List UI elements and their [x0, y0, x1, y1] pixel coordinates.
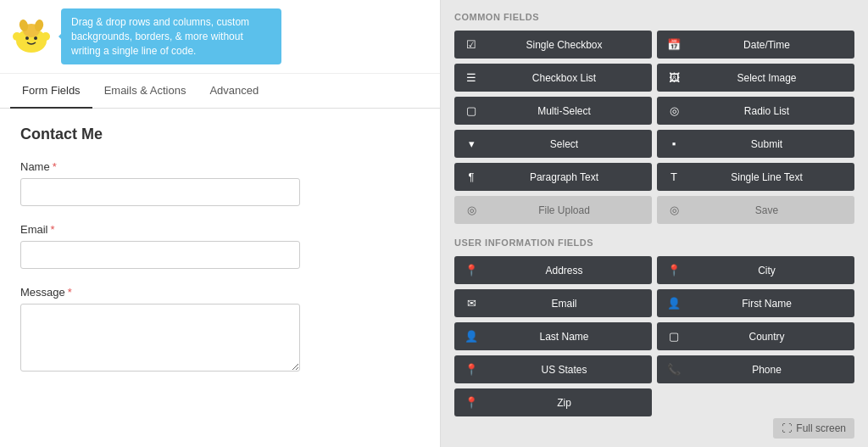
user-fields-grid: 📍 Address 📍 City ✉ Email 👤 First Name 👤 …: [454, 256, 854, 416]
calendar-icon: 📅: [667, 38, 681, 51]
user-fields-label: USER INFORMATION FIELDS: [454, 237, 854, 248]
zip-icon: 📍: [465, 396, 478, 409]
list-icon: ☰: [465, 71, 478, 84]
field-btn-select-image[interactable]: 🖼 Select Image: [657, 64, 854, 92]
fullscreen-button[interactable]: ⛶ Full screen: [773, 418, 854, 439]
field-btn-radio-list[interactable]: ◎ Radio List: [657, 97, 854, 125]
header: Drag & drop rows and columns, custom bac…: [0, 0, 440, 74]
text-icon: T: [667, 170, 681, 183]
right-panel: COMMON FIELDS ☑ Single Checkbox 📅 Date/T…: [441, 0, 868, 447]
form-area: Contact Me Name* Email* Message*: [0, 109, 440, 447]
tab-emails-actions[interactable]: Emails & Actions: [92, 74, 198, 109]
name-input[interactable]: [20, 178, 300, 206]
message-field-group: Message*: [20, 286, 420, 374]
common-fields-label: COMMON FIELDS: [454, 12, 854, 22]
country-icon: ▢: [667, 330, 681, 343]
email-input[interactable]: [20, 241, 300, 269]
address-icon: 📍: [465, 264, 478, 277]
email-label: Email*: [20, 223, 420, 236]
field-btn-single-line-text[interactable]: T Single Line Text: [657, 163, 854, 191]
phone-icon: 📞: [667, 363, 681, 376]
field-btn-file-upload[interactable]: ◎ File Upload: [454, 196, 652, 224]
common-fields-grid: ☑ Single Checkbox 📅 Date/Time ☰ Checkbox…: [454, 31, 854, 224]
svg-point-3: [34, 36, 37, 40]
tooltip-box: Drag & drop rows and columns, custom bac…: [61, 8, 281, 64]
field-btn-city[interactable]: 📍 City: [657, 256, 854, 284]
field-btn-datetime[interactable]: 📅 Date/Time: [657, 31, 854, 59]
radio-icon: ◎: [667, 104, 681, 117]
svg-point-5: [13, 32, 21, 41]
logo-icon: [10, 15, 53, 58]
save-icon: ◎: [667, 204, 681, 216]
message-label: Message*: [20, 286, 420, 299]
tab-advanced[interactable]: Advanced: [198, 74, 270, 109]
name-field-group: Name*: [20, 160, 420, 206]
svg-point-2: [25, 36, 29, 40]
multi-select-icon: ▢: [465, 104, 478, 117]
field-btn-country[interactable]: ▢ Country: [657, 322, 854, 350]
field-btn-address[interactable]: 📍 Address: [454, 256, 652, 284]
first-name-icon: 👤: [667, 297, 681, 310]
paragraph-icon: ¶: [465, 170, 478, 183]
field-btn-zip[interactable]: 📍 Zip: [454, 388, 652, 416]
submit-icon: ▪: [667, 137, 681, 150]
last-name-icon: 👤: [465, 330, 478, 343]
us-states-icon: 📍: [465, 363, 478, 376]
field-btn-save[interactable]: ◎ Save: [657, 196, 854, 224]
select-icon: ▾: [465, 137, 478, 150]
field-btn-submit[interactable]: ▪ Submit: [657, 130, 854, 158]
image-icon: 🖼: [667, 71, 681, 84]
field-btn-us-states[interactable]: 📍 US States: [454, 355, 652, 383]
file-upload-icon: ◎: [465, 204, 478, 216]
name-label: Name*: [20, 160, 420, 173]
field-btn-single-checkbox[interactable]: ☑ Single Checkbox: [454, 31, 652, 59]
field-btn-last-name[interactable]: 👤 Last Name: [454, 322, 652, 350]
message-input[interactable]: [20, 304, 300, 372]
tabs-bar: Form Fields Emails & Actions Advanced: [0, 74, 440, 109]
fullscreen-icon: ⛶: [782, 422, 792, 434]
tab-form-fields[interactable]: Form Fields: [10, 74, 92, 109]
field-btn-phone[interactable]: 📞 Phone: [657, 355, 854, 383]
left-panel: Drag & drop rows and columns, custom bac…: [0, 0, 441, 447]
email-icon: ✉: [465, 297, 478, 310]
field-btn-first-name[interactable]: 👤 First Name: [657, 289, 854, 317]
field-btn-checkbox-list[interactable]: ☰ Checkbox List: [454, 64, 652, 92]
field-btn-multi-select[interactable]: ▢ Multi-Select: [454, 97, 652, 125]
checkbox-icon: ☑: [465, 38, 478, 51]
tooltip-text: Drag & drop rows and columns, custom bac…: [71, 16, 249, 57]
field-btn-select[interactable]: ▾ Select: [454, 130, 652, 158]
city-icon: 📍: [667, 264, 681, 277]
form-title: Contact Me: [20, 126, 420, 143]
email-field-group: Email*: [20, 223, 420, 269]
svg-point-6: [42, 32, 50, 41]
field-btn-paragraph-text[interactable]: ¶ Paragraph Text: [454, 163, 652, 191]
field-btn-email[interactable]: ✉ Email: [454, 289, 652, 317]
